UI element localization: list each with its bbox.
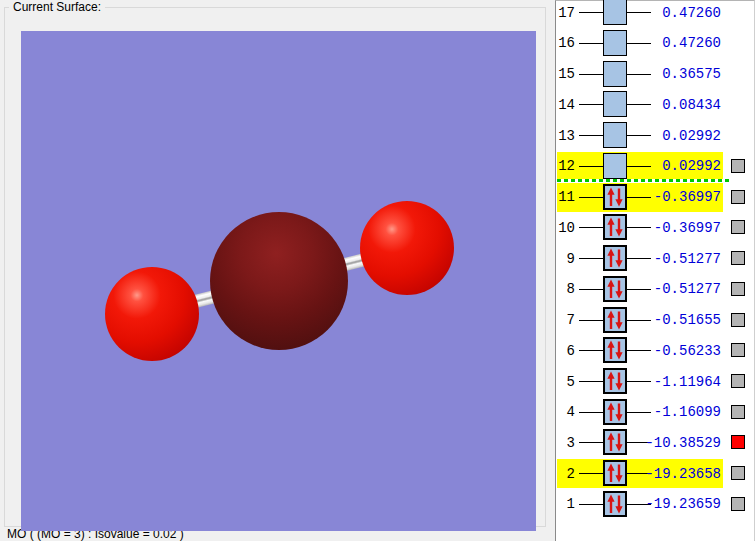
mo-energy: -1.11964 bbox=[644, 374, 721, 390]
mo-orbital-box[interactable] bbox=[603, 399, 627, 425]
mo-indicator[interactable] bbox=[731, 220, 745, 234]
spin-down-arrow-icon bbox=[615, 403, 622, 421]
electron-arrows-icon bbox=[605, 401, 625, 423]
mo-number: 1 bbox=[556, 496, 575, 512]
mo-level-line-left bbox=[579, 442, 603, 443]
mo-number: 12 bbox=[556, 158, 575, 174]
mo-indicator[interactable] bbox=[731, 343, 745, 357]
mo-row[interactable]: 14 0.08434 bbox=[556, 90, 754, 119]
mo-indicator[interactable] bbox=[731, 282, 745, 296]
mo-row[interactable]: 6 -0.56233 bbox=[556, 336, 754, 365]
mo-level-line-left bbox=[579, 504, 603, 505]
oxygen-atom-right[interactable] bbox=[360, 201, 454, 295]
mo-number: 10 bbox=[556, 220, 575, 236]
spin-up-arrow-icon bbox=[607, 249, 614, 268]
mo-number: 14 bbox=[556, 97, 575, 113]
mo-number: 3 bbox=[556, 435, 575, 451]
homo-lumo-divider[interactable] bbox=[557, 179, 729, 182]
mo-orbital-box[interactable] bbox=[603, 245, 627, 271]
mo-number: 8 bbox=[556, 281, 575, 297]
spin-down-arrow-icon bbox=[615, 311, 622, 329]
mo-number: 7 bbox=[556, 312, 575, 328]
spin-up-arrow-icon bbox=[607, 494, 614, 513]
mo-row[interactable]: 3 -10.38529 bbox=[556, 428, 754, 457]
mo-level-line-left bbox=[579, 197, 603, 198]
mo-orbital-box[interactable] bbox=[603, 184, 627, 210]
spin-up-arrow-icon bbox=[607, 341, 614, 360]
spin-down-arrow-icon bbox=[615, 465, 622, 483]
spin-up-arrow-icon bbox=[607, 464, 614, 483]
mo-orbital-box[interactable] bbox=[603, 368, 627, 394]
mo-row[interactable]: 16 0.47260 bbox=[556, 29, 754, 58]
spin-down-arrow-icon bbox=[615, 250, 622, 268]
spin-down-arrow-icon bbox=[615, 373, 622, 391]
oxygen-atom-left[interactable] bbox=[105, 267, 199, 361]
mo-row[interactable]: 7 -0.51655 bbox=[556, 306, 754, 335]
mo-orbital-box[interactable] bbox=[603, 460, 627, 486]
mo-indicator[interactable] bbox=[731, 405, 745, 419]
mo-orbital-box[interactable] bbox=[603, 307, 627, 333]
mo-row[interactable]: 9 -0.51277 bbox=[556, 244, 754, 273]
spin-up-arrow-icon bbox=[607, 187, 614, 206]
mo-number: 2 bbox=[556, 466, 575, 482]
mo-number: 9 bbox=[556, 251, 575, 267]
mo-indicator[interactable] bbox=[731, 313, 745, 327]
mo-orbital-box[interactable] bbox=[603, 276, 627, 302]
current-surface-label: Current Surface: bbox=[9, 0, 105, 14]
spin-up-arrow-icon bbox=[607, 372, 614, 391]
mo-row[interactable]: 12 0.02992 bbox=[556, 152, 754, 181]
mo-row[interactable]: 15 0.36575 bbox=[556, 60, 754, 89]
mo-energy: -0.56233 bbox=[644, 343, 721, 359]
mo-orbital-box[interactable] bbox=[603, 491, 627, 517]
molecule-viewport[interactable] bbox=[21, 31, 536, 531]
mo-row[interactable]: 5 -1.11964 bbox=[556, 367, 754, 396]
mo-orbital-box[interactable] bbox=[603, 91, 627, 117]
mo-energy: 0.08434 bbox=[644, 97, 721, 113]
mo-orbital-box[interactable] bbox=[603, 337, 627, 363]
mo-indicator[interactable] bbox=[731, 159, 745, 173]
mo-number: 5 bbox=[556, 374, 575, 390]
electron-arrows-icon bbox=[605, 370, 625, 392]
mo-orbital-box[interactable] bbox=[603, 214, 627, 240]
spin-down-arrow-icon bbox=[615, 434, 622, 452]
mo-orbital-box[interactable] bbox=[603, 153, 627, 179]
mo-indicator[interactable] bbox=[731, 251, 745, 265]
mo-row[interactable]: 1 -19.23659 bbox=[556, 490, 754, 519]
mo-energy: -1.16099 bbox=[644, 404, 721, 420]
mo-row[interactable]: 8 -0.51277 bbox=[556, 275, 754, 304]
electron-arrows-icon bbox=[605, 278, 625, 300]
mo-row[interactable]: 13 0.02992 bbox=[556, 121, 754, 150]
mo-orbital-box[interactable] bbox=[603, 122, 627, 148]
mo-orbital-box[interactable] bbox=[603, 429, 627, 455]
spin-up-arrow-icon bbox=[607, 433, 614, 452]
mo-energy: -0.36997 bbox=[644, 220, 721, 236]
mo-level-line-left bbox=[579, 104, 603, 105]
mo-number: 17 bbox=[556, 5, 575, 21]
mo-row[interactable]: 11 -0.36997 bbox=[556, 183, 754, 212]
mo-level-line-left bbox=[579, 43, 603, 44]
mo-orbital-box[interactable] bbox=[603, 30, 627, 56]
isosurface-lobe[interactable] bbox=[210, 212, 348, 350]
mo-energy: -19.23659 bbox=[644, 496, 721, 512]
electron-arrows-icon bbox=[605, 186, 625, 208]
mo-indicator[interactable] bbox=[731, 190, 745, 204]
mo-number: 15 bbox=[556, 66, 575, 82]
mo-level-line-left bbox=[579, 412, 603, 413]
mo-orbital-box[interactable] bbox=[603, 0, 627, 25]
mo-indicator[interactable] bbox=[731, 374, 745, 388]
electron-arrows-icon bbox=[605, 431, 625, 453]
mo-row[interactable]: 17 0.47260 bbox=[556, 0, 754, 27]
mo-indicator[interactable] bbox=[731, 497, 745, 511]
spin-up-arrow-icon bbox=[607, 218, 614, 237]
mo-orbital-box[interactable] bbox=[603, 61, 627, 87]
mo-energy: 0.02992 bbox=[644, 128, 721, 144]
mo-row[interactable]: 4 -1.16099 bbox=[556, 398, 754, 427]
mo-indicator[interactable] bbox=[731, 435, 745, 449]
mo-row[interactable]: 2 -19.23658 bbox=[556, 459, 754, 488]
mo-level-line-left bbox=[579, 74, 603, 75]
mo-level-line-left bbox=[579, 350, 603, 351]
mo-row[interactable]: 10 -0.36997 bbox=[556, 213, 754, 242]
mo-indicator[interactable] bbox=[731, 466, 745, 480]
spin-down-arrow-icon bbox=[615, 280, 622, 298]
electron-arrows-icon bbox=[605, 462, 625, 484]
